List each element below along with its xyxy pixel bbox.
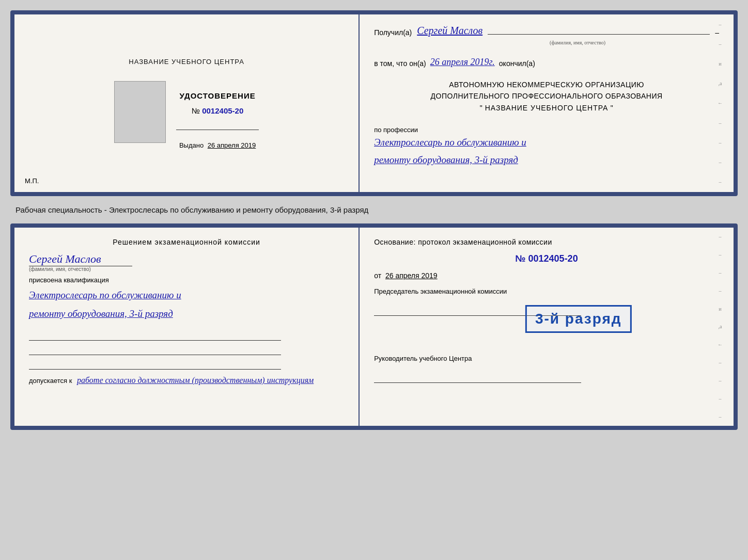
chairman-label: Председатель экзаменационной комиссии [374, 287, 719, 296]
recipient-subtitle: (фамилия, имя, отчество) [436, 40, 719, 45]
issued-date: 26 апреля 2019 [208, 141, 256, 149]
vtom-prefix: в том, что он(а) [374, 59, 426, 68]
person-name: Сергей Маслов [29, 252, 344, 266]
page-container: НАЗВАНИЕ УЧЕБНОГО ЦЕНТРА УДОСТОВЕРЕНИЕ №… [10, 10, 738, 430]
mp-label: М.П. [25, 177, 39, 185]
qualification-text1: Электрослесарь по обслуживанию и [29, 286, 344, 305]
corner-marks-right1: – – и ,а ← – – – – [715, 14, 725, 192]
doc1-left-center: НАЗВАНИЕ УЧЕБНОГО ЦЕНТРА УДОСТОВЕРЕНИЕ №… [29, 27, 344, 180]
document-1: НАЗВАНИЕ УЧЕБНОГО ЦЕНТРА УДОСТОВЕРЕНИЕ №… [10, 10, 738, 196]
sig-line-2 [29, 345, 281, 355]
osnov-label: Основание: протокол экзаменационной коми… [374, 238, 719, 246]
vtom-date: 26 апреля 2019г. [430, 57, 495, 68]
dash1 [488, 34, 710, 35]
org-block: АВТОНОМНУЮ НЕКОММЕРЧЕСКУЮ ОРГАНИЗАЦИЮ ДО… [374, 79, 719, 114]
допускается-line: допускается к работе согласно должностны… [29, 376, 344, 385]
recipient-name: Сергей Маслов [417, 25, 482, 37]
document-2: Решением экзаменационной комиссии Сергей… [10, 223, 738, 430]
doc2-left: Решением экзаменационной комиссии Сергей… [14, 228, 360, 426]
doc-date-line: от 26 апреля 2019 [374, 271, 719, 280]
org-quote-close: " [611, 104, 613, 112]
org-line1: АВТОНОМНУЮ НЕКОММЕРЧЕСКУЮ ОРГАНИЗАЦИЮ [374, 79, 719, 90]
issued-prefix: Выдано [179, 141, 204, 149]
number-prefix: № [192, 106, 200, 115]
received-label: Получил(а) [374, 28, 412, 37]
org-quote-open: " [480, 104, 482, 112]
doc1-number-line: № 0012405-20 [192, 106, 243, 115]
corner-marks-right2: – – – – и ,а ← – – – – [715, 228, 725, 426]
profession-text1: Электрослесарь по обслуживанию и [374, 134, 719, 151]
date-value: 26 апреля 2019 [385, 271, 438, 280]
sig-line-1 [29, 330, 281, 341]
recipient-line: Получил(а) Сергей Маслов – [374, 25, 719, 37]
org-name: НАЗВАНИЕ УЧЕБНОГО ЦЕНТРА [485, 104, 609, 112]
допускается-prefix: допускается к [29, 377, 72, 385]
signature-lines [29, 330, 344, 370]
profession-label: по профессии [374, 126, 719, 134]
date-prefix: от [374, 271, 381, 280]
doc1-left: НАЗВАНИЕ УЧЕБНОГО ЦЕНТРА УДОСТОВЕРЕНИЕ №… [14, 14, 360, 192]
issued-line: Выдано 26 апреля 2019 [179, 141, 256, 149]
stamp-box: 3-й разряд [525, 305, 632, 333]
name-subtitle: (фамилия, имя, отчество) [29, 266, 344, 272]
doc2-right: Основание: протокол экзаменационной коми… [360, 228, 734, 426]
udostoverenie-title: УДОСТОВЕРЕНИЕ [179, 91, 255, 100]
doc2-number: № 0012405-20 [374, 253, 719, 264]
profession-text2: ремонту оборудования, 3-й разряд [374, 151, 719, 169]
rukovoditel-label: Руководитель учебного Центра [374, 354, 719, 363]
org-line2: ДОПОЛНИТЕЛЬНОГО ПРОФЕССИОНАЛЬНОГО ОБРАЗО… [374, 90, 719, 102]
sig-right-line-2 [374, 373, 581, 383]
photo-placeholder [114, 81, 166, 143]
between-text: Рабочая специальность - Электрослесарь п… [10, 205, 738, 214]
institution-name-top: НАЗВАНИЕ УЧЕБНОГО ЦЕНТРА [129, 58, 244, 66]
name-block: Сергей Маслов (фамилия, имя, отчество) [29, 252, 344, 272]
vtom-line: в том, что он(а) 26 апреля 2019г. окончи… [374, 57, 719, 68]
decision-title: Решением экзаменационной комиссии [29, 238, 344, 246]
vtom-suffix: окончил(а) [499, 59, 535, 68]
qualification-text2: ремонту оборудования, 3-й разряд [29, 305, 344, 323]
org-name-line: " НАЗВАНИЕ УЧЕБНОГО ЦЕНТРА " [374, 102, 719, 114]
number-value: 0012405-20 [202, 106, 243, 115]
допускается-text: работе согласно должностным (производств… [77, 376, 314, 385]
sig-line-3 [29, 359, 281, 370]
qualification-label: присвоена квалификация [29, 276, 344, 284]
stamp-text: 3-й разряд [535, 311, 622, 327]
doc1-right: Получил(а) Сергей Маслов – (фамилия, имя… [360, 14, 734, 192]
